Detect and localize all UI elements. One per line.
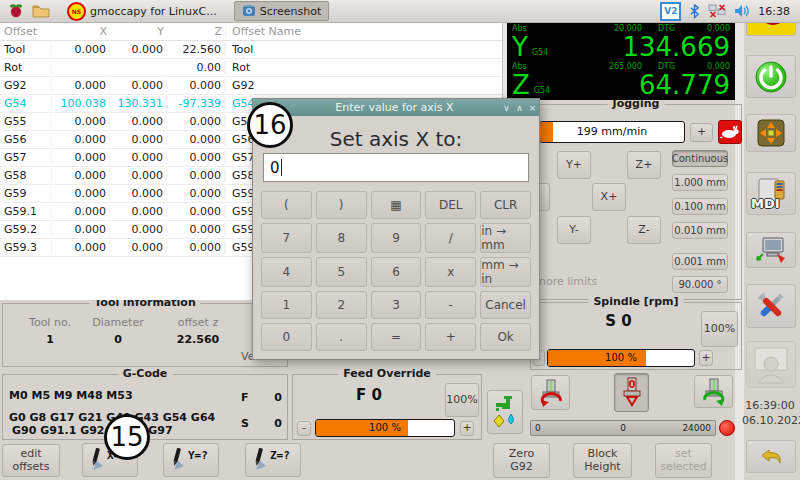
jog-y-minus-button[interactable]: Y- — [557, 216, 591, 244]
offset-row-g92[interactable]: G920.0000.0000.000G92 — [0, 77, 502, 95]
keypad-key-7[interactable]: 7 — [261, 223, 312, 253]
jog-increment-90-000[interactable]: 90.000 ° — [672, 276, 728, 293]
dro-abs-value: -10.000 — [546, 100, 642, 101]
keypad-key-clr[interactable]: CLR — [480, 191, 531, 219]
offset-row-tool[interactable]: Tool0.0000.00022.560Tool — [0, 41, 502, 59]
feed-override-minus-button[interactable]: - — [297, 421, 311, 436]
offset-table-header-offset-name[interactable]: Offset Name — [225, 25, 502, 38]
keypad-key-1[interactable]: 1 — [261, 291, 312, 319]
keypad-key-plus[interactable]: + — [425, 323, 476, 351]
feed-override-reset-button[interactable]: 100% — [445, 383, 479, 417]
keypad-key-multiply[interactable]: x — [425, 257, 476, 287]
offset-table-header-z[interactable]: Z — [167, 25, 225, 38]
keypad-key-5[interactable]: 5 — [316, 257, 367, 287]
diameter-value: 0 — [83, 333, 153, 346]
dialog-titlebar[interactable]: Enter value for axis X ∨ ∧ × — [253, 99, 539, 116]
keypad-key-in-to-mm[interactable]: in → mm — [480, 223, 531, 253]
jog-speed-bar[interactable]: 199 mm/min — [539, 121, 685, 143]
offset-cell: 0.000 — [110, 169, 167, 182]
spindle-override-bar[interactable]: 100 % — [547, 349, 695, 367]
jog-increment-1-000-mm[interactable]: 1.000 mm — [672, 174, 728, 191]
keypad-key-divide[interactable]: / — [425, 223, 476, 253]
axis-value-text: 0 — [270, 159, 280, 177]
raspberry-menu-icon[interactable] — [8, 3, 24, 19]
keypad-key-calculator[interactable]: ▦ — [371, 191, 422, 219]
coolant-button[interactable] — [487, 390, 523, 434]
v2-indicator-icon[interactable]: V2 — [660, 2, 681, 21]
volume-icon[interactable] — [734, 4, 750, 18]
jog-y-plus-button[interactable]: Y+ — [557, 151, 591, 179]
keypad-key-minus[interactable]: - — [425, 291, 476, 319]
offset-row-rot[interactable]: Rot0.00Rot — [0, 59, 502, 77]
block-height-button[interactable]: Block Height — [573, 443, 632, 478]
jog-increment-0-010-mm[interactable]: 0.010 mm — [672, 222, 728, 239]
gmoccapy-screen: NS gmoccapy for LinuxC... Screenshot V2 … — [0, 0, 800, 480]
spindle-override-reset-button[interactable]: 100% — [701, 311, 738, 347]
close-icon[interactable]: × — [526, 103, 539, 113]
file-manager-icon[interactable] — [32, 4, 50, 18]
set-y-button[interactable]: Y=? — [163, 443, 219, 477]
back-button[interactable] — [746, 440, 796, 473]
keypad-key-3[interactable]: 3 — [371, 291, 422, 319]
jog-increment-0-001-mm[interactable]: 0.001 mm — [672, 253, 728, 270]
keypad-key-ok[interactable]: Ok — [480, 323, 531, 351]
pen-icon — [89, 448, 105, 472]
offset-cell: 0.000 — [110, 79, 167, 92]
dro-axis-y[interactable]: YG54134.669 — [512, 33, 730, 61]
mdi-mode-button[interactable]: MDI — [746, 172, 796, 215]
pen-icon — [252, 448, 268, 472]
keypad-key-4[interactable]: 4 — [261, 257, 312, 287]
spindle-stop-icon: 0 — [619, 377, 645, 409]
taskbar: NS gmoccapy for LinuxC... Screenshot V2 … — [0, 0, 800, 23]
offset-table-header-y[interactable]: Y — [110, 25, 167, 38]
spindle-ccw-button[interactable] — [531, 375, 570, 410]
network-disconnected-icon[interactable] — [708, 4, 726, 19]
offset-cell: G59.1 — [0, 205, 52, 218]
keypad-key-mm-to-in[interactable]: mm → in — [480, 257, 531, 287]
dro-axis-z[interactable]: ZG5464.779 — [512, 71, 730, 99]
zero-g92-button[interactable]: Zero G92 — [493, 443, 550, 478]
settings-button[interactable] — [746, 284, 796, 328]
feed-override-bar[interactable]: 100 % — [315, 419, 455, 437]
bluetooth-icon[interactable] — [689, 3, 700, 19]
taskbar-window-gmoccapy[interactable]: NS gmoccapy for LinuxC... — [60, 2, 224, 20]
offset-cell: 0.000 — [52, 187, 110, 200]
dro-display[interactable]: Abs20.000DTG0.000YG54134.669Abs265.000DT… — [507, 22, 735, 100]
dro-abs-value: 265.000 — [546, 62, 642, 71]
maximize-icon[interactable]: ∧ — [513, 103, 526, 113]
jog-z-minus-button[interactable]: Z- — [627, 216, 661, 244]
keypad-key-8[interactable]: 8 — [316, 223, 367, 253]
minimize-icon[interactable]: ∨ — [500, 103, 513, 113]
jog-z-plus-button[interactable]: Z+ — [627, 151, 661, 179]
keypad-key-decimal[interactable]: . — [316, 323, 367, 351]
keypad-key-del[interactable]: DEL — [425, 191, 476, 219]
feed-override-plus-button[interactable]: + — [460, 421, 474, 436]
jog-speed-plus-button[interactable]: + — [690, 123, 713, 142]
keypad-key-9[interactable]: 9 — [371, 223, 422, 253]
fast-jog-rabbit-button[interactable] — [718, 120, 742, 144]
axis-value-input[interactable]: 0 — [263, 153, 529, 182]
spindle-cw-button[interactable] — [694, 375, 733, 408]
keypad-key-open-paren[interactable]: ( — [261, 191, 312, 219]
manual-mode-button[interactable] — [746, 114, 796, 152]
spindle-stop-button[interactable]: 0 — [614, 373, 649, 412]
keypad-key-equals[interactable]: = — [371, 323, 422, 351]
set-z-button[interactable]: Z=? — [245, 443, 301, 477]
machine-on-button[interactable] — [746, 55, 796, 98]
keypad-key-0[interactable]: 0 — [261, 323, 312, 351]
spindle-override-plus-button[interactable]: + — [699, 350, 713, 366]
keypad-key-cancel[interactable]: Cancel — [480, 291, 531, 319]
keypad-key-close-paren[interactable]: ) — [316, 191, 367, 219]
edit-offsets-button[interactable]: edit offsets — [2, 444, 60, 477]
keypad-key-2[interactable]: 2 — [316, 291, 367, 319]
jog-increment-continuous[interactable]: Continuous — [672, 150, 728, 167]
tool-editor-button[interactable] — [746, 232, 796, 268]
user-settings-button[interactable] — [746, 341, 796, 388]
offset-table-header-x[interactable]: X — [52, 25, 110, 38]
taskbar-window-screenshot[interactable]: Screenshot — [234, 1, 330, 21]
jog-increment-0-100-mm[interactable]: 0.100 mm — [672, 198, 728, 215]
offset-table-header-offset[interactable]: Offset — [0, 25, 52, 38]
offset-cell: 0.000 — [52, 241, 110, 254]
keypad-key-6[interactable]: 6 — [371, 257, 422, 287]
jog-x-plus-button[interactable]: X+ — [592, 183, 626, 211]
